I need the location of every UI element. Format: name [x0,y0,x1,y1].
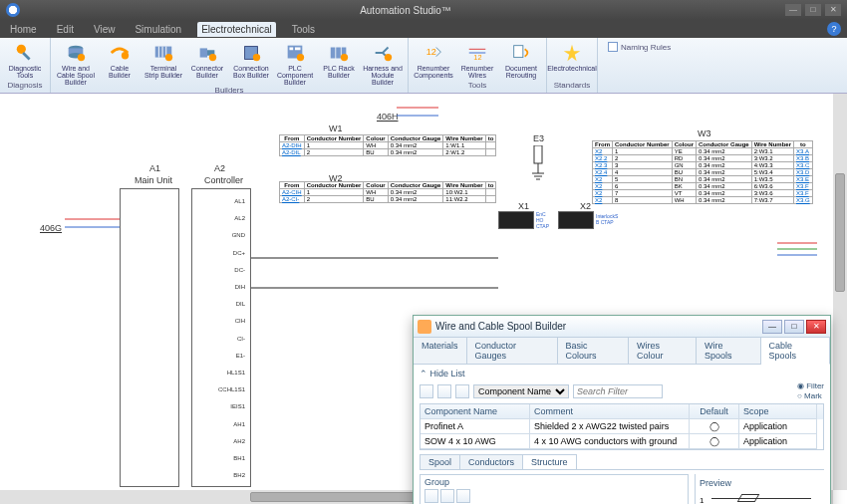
svg-rect-30 [514,46,523,58]
table-w2: FromConductor NumberColourConductor Gaug… [279,181,496,203]
component-e3[interactable] [526,145,550,193]
dialog-title: Wire and Cable Spool Builder [435,321,762,332]
filter-by-select[interactable]: Component Name [473,384,569,398]
label-e3: E3 [533,133,544,143]
dialog-maximize-button[interactable]: □ [784,320,804,334]
plc-component-builder-button[interactable]: PLC Component Builder [274,40,316,86]
hide-list-toggle[interactable]: ⌃ Hide List [420,369,465,378]
terminal-strip-builder-button[interactable]: Terminal Strip Builder [142,40,184,86]
dialog-close-button[interactable]: ✕ [806,320,826,334]
tab-materials[interactable]: Materials [414,338,467,364]
maximize-button[interactable]: □ [805,4,821,16]
a2-ref: A2 [214,163,225,173]
renumber-comp-icon: 12 [423,42,444,64]
svg-rect-22 [336,48,341,59]
diagnostic-tools-button[interactable]: Diagnostic Tools [4,40,46,81]
harness-builder-button[interactable]: Harness and Module Builder [362,40,404,86]
svg-point-11 [165,54,172,61]
table-row[interactable]: SOW 4 x 10 AWG4 x 10 AWG conductors with… [421,434,823,449]
connection-box-builder-button[interactable]: Connection Box Builder [230,40,272,86]
table-w1: FromConductor NumberColourConductor Gaug… [279,134,496,156]
label-x1: X1 [518,201,529,211]
minimize-button[interactable]: — [785,4,801,16]
renumber-components-button[interactable]: 12Renumber Components [413,40,454,81]
svg-point-14 [209,54,216,61]
naming-rules-checkbox[interactable]: Naming Rules [602,40,677,54]
wire-spool-builder-button[interactable]: Wire and Cable Spool Builder [55,40,97,86]
harness-icon [372,42,394,64]
remove-group-button[interactable] [440,489,454,503]
svg-point-5 [78,54,85,61]
svg-rect-19 [295,48,301,51]
svg-point-24 [341,54,348,61]
tab-conductor-gauges[interactable]: Conductor Gauges [467,338,558,364]
net-label-406g[interactable]: 406G [40,223,62,233]
subtab-conductors[interactable]: Conductors [459,454,523,469]
svg-text:12: 12 [473,53,481,62]
subtab-structure[interactable]: Structure [522,454,577,469]
cable-spools-grid[interactable]: Component Name Comment Default Scope Pro… [420,403,824,450]
rack-icon [328,42,350,64]
tab-simulation[interactable]: Simulation [131,22,185,37]
wrench-gear-icon [14,42,36,64]
label-x2: X2 [580,201,591,211]
renumber-wires-button[interactable]: 12Renumber Wires [456,40,498,81]
wire-cable-spool-builder-dialog: Wire and Cable Spool Builder — □ ✕ Mater… [413,315,831,504]
standards-icon [561,42,583,64]
tab-view[interactable]: View [90,22,120,37]
search-filter-input[interactable] [573,384,663,398]
cable-builder-button[interactable]: Cable Builder [99,40,141,86]
label-w1: W1 [329,124,343,133]
document-rerouting-button[interactable]: Document Rerouting [500,40,542,81]
tab-home[interactable]: Home [6,22,41,37]
preview-panel: Preview 1234567 [695,474,824,504]
close-button[interactable]: ✕ [825,4,841,16]
add-group-button[interactable] [424,489,438,503]
edit-group-button[interactable] [456,489,470,503]
net-label-406h[interactable]: 406H [377,112,399,122]
schematic-canvas[interactable]: 406G 406H A1 Main Unit A2 Controller W1 … [0,94,847,504]
svg-point-20 [297,54,304,61]
cable-icon [109,42,131,64]
connector-x2[interactable] [558,211,594,229]
svg-rect-18 [290,48,294,51]
svg-rect-31 [534,145,542,163]
app-logo [6,3,20,17]
copy-item-button[interactable] [455,384,469,398]
a2-name: Controller [204,175,243,185]
tab-wires-colour[interactable]: Wires Colour [629,338,697,364]
svg-point-25 [385,54,392,61]
menu-tabs: Home Edit View Simulation Electrotechnic… [0,20,847,38]
delete-item-button[interactable] [437,384,451,398]
tab-wire-spools[interactable]: Wire Spools [697,338,761,364]
tab-basic-colours[interactable]: Basic Colours [558,338,629,364]
subtab-spool[interactable]: Spool [420,454,460,469]
table-row[interactable]: Profinet AShielded 2 x AWG22 twisted pai… [421,419,823,434]
connector-builder-button[interactable]: Connector Builder [186,40,228,86]
tab-tools[interactable]: Tools [288,22,319,37]
ribbon: Diagnostic Tools Diagnosis Wire and Cabl… [0,38,847,94]
mark-radio[interactable]: ○ Mark [797,391,824,400]
electrotechnical-standards-button[interactable]: Electrotechnical [551,40,593,81]
svg-point-6 [122,52,129,59]
table-w3: FromConductor NumberColourConductor Gaug… [592,140,813,204]
a1-name: Main Unit [135,175,172,185]
vertical-scrollbar[interactable] [833,94,847,490]
filter-radio[interactable]: ◉ Filter [797,381,824,390]
svg-rect-21 [331,48,336,59]
tab-electrotechnical[interactable]: Electrotechnical [197,22,276,37]
rerouting-icon [510,42,532,64]
connector-x1[interactable] [498,211,534,229]
svg-rect-12 [200,48,207,57]
tab-cable-spools[interactable]: Cable Spools [761,338,830,365]
svg-point-16 [253,54,260,61]
tab-edit[interactable]: Edit [53,22,78,37]
terminal-strip-icon [152,42,174,64]
new-item-button[interactable] [420,384,433,398]
titlebar: Automation Studio™ — □ ✕ [0,0,847,20]
app-title: Automation Studio™ [26,5,785,16]
dialog-minimize-button[interactable]: — [762,320,782,334]
plc-rack-builder-button[interactable]: PLC Rack Builder [318,40,360,86]
component-a1[interactable] [120,188,179,487]
help-button[interactable]: ? [827,22,841,36]
